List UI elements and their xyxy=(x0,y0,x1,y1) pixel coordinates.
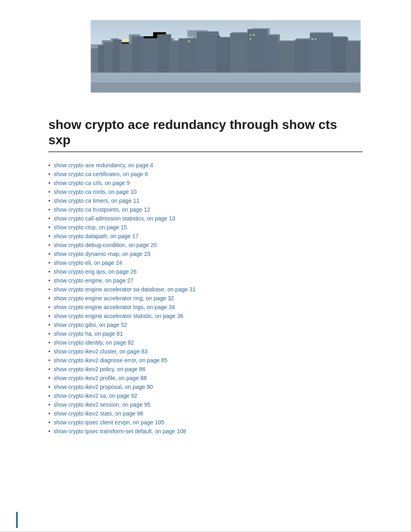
toc-bullet: • xyxy=(48,295,50,301)
toc-item: •show crypto identity, on page 82 xyxy=(48,339,363,346)
svg-rect-30 xyxy=(157,34,171,73)
page-title: show crypto ace redundancy through show … xyxy=(48,117,363,148)
toc-link[interactable]: show crypto ca timers, on page 11 xyxy=(54,197,139,204)
toc-item: •show crypto ikev2 diagnose error, on pa… xyxy=(48,357,363,364)
toc-link[interactable]: show crypto ace redundancy, on page 4 xyxy=(54,162,153,168)
toc-item: •show crypto ikev2 policy, on page 86 xyxy=(48,366,363,372)
toc-bullet: • xyxy=(48,206,50,213)
toc-item: •show crypto ca timers, on page 11 xyxy=(48,197,363,204)
toc-link[interactable]: show crypto debug-condition, on page 20 xyxy=(54,242,157,248)
toc-item: •show crypto ipsec transform-set default… xyxy=(48,428,363,434)
toc-link[interactable]: show crypto engine accelerator logs, on … xyxy=(54,304,175,310)
toc-bullet: • xyxy=(48,339,50,346)
toc-item: •show crypto ace redundancy, on page 4 xyxy=(48,162,363,168)
toc-bullet: • xyxy=(48,277,50,284)
toc-link[interactable]: show crypto engine, on page 27 xyxy=(54,277,133,284)
toc-item: •show crypto engine accelerator statisti… xyxy=(48,313,363,319)
toc-link[interactable]: show crypto ikev2 cluster, on page 83 xyxy=(54,348,147,355)
svg-rect-38 xyxy=(276,41,297,73)
toc-item: •show crypto ca roots, on page 10 xyxy=(48,189,363,195)
toc-bullet: • xyxy=(48,268,50,275)
toc-item: •show crypto ca trustpoints, on page 12 xyxy=(48,206,363,213)
toc-bullet: • xyxy=(48,224,50,231)
svg-rect-48 xyxy=(250,38,251,40)
toc-bullet: • xyxy=(48,189,50,195)
toc-item: •show crypto ca certificates, on page 6 xyxy=(48,171,363,177)
toc-link[interactable]: show crypto ikev2 session, on page 95 xyxy=(54,401,150,408)
svg-rect-29 xyxy=(142,38,159,73)
toc-link[interactable]: show crypto eli, on page 24 xyxy=(54,260,122,266)
toc-link[interactable]: show crypto ipsec client ezvpn, on page … xyxy=(54,419,164,426)
toc-item: •show crypto engine accelerator ring, on… xyxy=(48,295,363,301)
toc-item: •show crypto engine accelerator sa-datab… xyxy=(48,286,363,293)
toc-link[interactable]: show crypto ca certificates, on page 6 xyxy=(54,171,148,177)
toc-bullet: • xyxy=(48,384,50,390)
toc-link[interactable]: show crypto ha, on page 81 xyxy=(54,330,123,337)
toc-item: •show crypto ha, on page 81 xyxy=(48,330,363,337)
toc-item: •show crypto ctcp, on page 15 xyxy=(48,224,363,231)
toc-bullet: • xyxy=(48,260,50,266)
toc-item: •show crypto eli, on page 24 xyxy=(48,260,363,266)
toc-link[interactable]: show crypto ikev2 diagnose error, on pag… xyxy=(54,357,168,364)
toc-link[interactable]: show crypto engine accelerator statistic… xyxy=(54,313,183,319)
toc-link[interactable]: show crypto gdoi, on page 52 xyxy=(54,322,127,328)
main-content: show crypto ace redundancy through show … xyxy=(0,93,411,461)
toc-item: •show crypto gdoi, on page 52 xyxy=(48,322,363,328)
toc-link[interactable]: show crypto ikev2 sa, on page 92 xyxy=(54,393,137,399)
toc-link[interactable]: show crypto ctcp, on page 15 xyxy=(54,224,127,231)
svg-rect-44 xyxy=(191,36,193,38)
svg-rect-56 xyxy=(91,83,361,93)
toc-link[interactable]: show crypto engine accelerator ring, on … xyxy=(54,295,174,301)
toc-link[interactable]: show crypto ikev2 proposal, on page 90 xyxy=(54,384,153,390)
toc-bullet: • xyxy=(48,393,50,399)
toc-item: •show crypto datapath, on page 17 xyxy=(48,233,363,239)
toc-link[interactable]: show crypto ikev2 policy, on page 86 xyxy=(54,366,145,372)
toc-bullet: • xyxy=(48,251,50,257)
toc-link[interactable]: show crypto ca trustpoints, on page 12 xyxy=(54,206,150,213)
toc-item: •show crypto debug-condition, on page 20 xyxy=(48,242,363,248)
toc-bullet: • xyxy=(48,197,50,204)
svg-rect-50 xyxy=(315,38,316,40)
toc-link[interactable]: show crypto ipsec transform-set default,… xyxy=(54,428,186,434)
svg-rect-32 xyxy=(179,38,199,73)
toc-bullet: • xyxy=(48,286,50,293)
toc-bullet: • xyxy=(48,348,50,355)
toc-link[interactable]: show crypto call admission statistics, o… xyxy=(54,215,175,222)
toc-item: •show crypto eng qos, on page 26 xyxy=(48,268,363,275)
svg-rect-49 xyxy=(311,38,313,40)
toc-bullet: • xyxy=(48,357,50,364)
toc-bullet: • xyxy=(48,366,50,372)
toc-link[interactable]: show crypto ca roots, on page 10 xyxy=(54,189,137,195)
toc-link[interactable]: show crypto ikev2 profile, on page 88 xyxy=(54,375,147,381)
toc-item: •show crypto ikev2 stats, on page 98 xyxy=(48,410,363,417)
toc-link[interactable]: show crypto dynamic-map, on page 23 xyxy=(54,251,150,257)
svg-rect-35 xyxy=(230,33,249,73)
toc-item: •show crypto ikev2 session, on page 95 xyxy=(48,401,363,408)
toc-item: •show crypto ikev2 proposal, on page 90 xyxy=(48,384,363,390)
toc-link[interactable]: show crypto engine accelerator sa-databa… xyxy=(54,286,196,293)
toc-link[interactable]: show crypto identity, on page 82 xyxy=(54,339,134,346)
left-margin-bar xyxy=(16,512,18,528)
svg-rect-39 xyxy=(295,39,312,73)
toc-link[interactable]: show crypto ikev2 stats, on page 98 xyxy=(54,410,143,417)
page-container: show crypto ace redundancy through show … xyxy=(0,20,411,532)
toc-bullet: • xyxy=(48,242,50,248)
toc-item: •show crypto ca crls, on page 9 xyxy=(48,180,363,186)
svg-rect-33 xyxy=(197,31,219,73)
toc-bullet: • xyxy=(48,322,50,328)
toc-bullet: • xyxy=(48,428,50,434)
toc-item: •show crypto ikev2 profile, on page 88 xyxy=(48,375,363,381)
toc-bullet: • xyxy=(48,304,50,310)
svg-rect-47 xyxy=(253,34,255,36)
svg-rect-42 xyxy=(346,41,361,73)
svg-rect-43 xyxy=(188,36,190,38)
toc-link[interactable]: show crypto ca crls, on page 9 xyxy=(54,180,130,186)
toc-link[interactable]: show crypto datapath, on page 17 xyxy=(54,233,139,239)
toc-bullet: • xyxy=(48,375,50,381)
toc-bullet: • xyxy=(48,313,50,319)
toc-item: •show crypto dynamic-map, on page 23 xyxy=(48,251,363,257)
toc-bullet: • xyxy=(48,401,50,408)
toc-link[interactable]: show crypto eng qos, on page 26 xyxy=(54,268,137,275)
toc-item: •show crypto engine accelerator logs, on… xyxy=(48,304,363,310)
svg-rect-27 xyxy=(120,44,134,73)
